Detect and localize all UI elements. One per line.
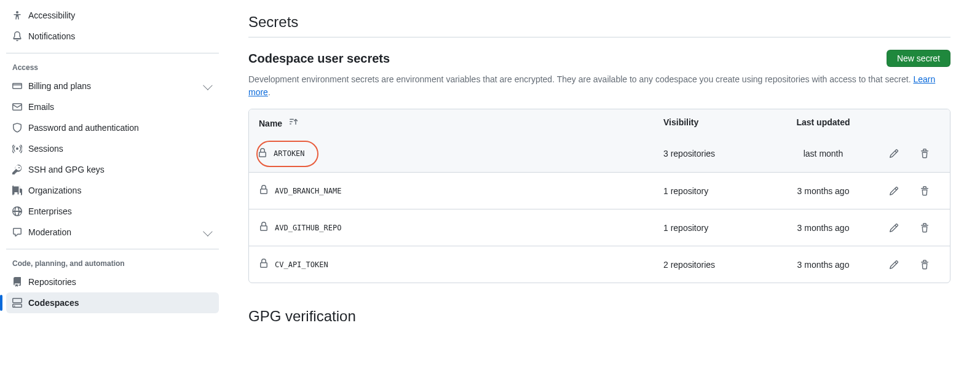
edit-button[interactable] xyxy=(879,186,909,196)
gpg-heading: GPG verification xyxy=(248,308,950,325)
secrets-table: Name Visibility Last updated ARTOKEN3 re… xyxy=(248,109,950,283)
card-icon xyxy=(12,81,22,91)
lock-icon xyxy=(258,148,267,160)
sidebar-item-emails[interactable]: Emails xyxy=(6,96,219,117)
sidebar-item-sessions[interactable]: Sessions xyxy=(6,138,219,159)
col-updated[interactable]: Last updated xyxy=(768,117,879,127)
sidebar-item-label: Organizations xyxy=(28,186,213,195)
name-cell: CV_API_TOKEN xyxy=(259,259,663,270)
name-cell: ARTOKEN xyxy=(259,141,663,167)
table-header: Name Visibility Last updated xyxy=(249,109,950,135)
new-secret-button[interactable]: New secret xyxy=(887,50,950,67)
page-title: Secrets xyxy=(248,14,950,37)
main-content: Secrets Codespace user secrets New secre… xyxy=(219,0,980,371)
delete-button[interactable] xyxy=(909,223,940,233)
sidebar-item-password-and-authentication[interactable]: Password and authentication xyxy=(6,117,219,138)
table-row: AVD_GITHUB_REPO1 repository3 months ago xyxy=(249,209,950,246)
secret-name: AVD_GITHUB_REPO xyxy=(275,224,341,232)
secret-name: AVD_BRANCH_NAME xyxy=(275,187,341,195)
sidebar-item-label: Enterprises xyxy=(28,206,213,216)
repo-icon xyxy=(12,277,22,287)
accessibility-icon xyxy=(12,10,22,20)
table-row: CV_API_TOKEN2 repositories3 months ago xyxy=(249,246,950,283)
shield-icon xyxy=(12,123,22,133)
org-icon xyxy=(12,186,22,195)
updated-cell: 3 months ago xyxy=(768,186,879,196)
section-code-heading: Code, planning, and automation xyxy=(6,253,219,271)
visibility-cell: 1 repository xyxy=(663,186,768,196)
name-cell: AVD_BRANCH_NAME xyxy=(259,185,663,197)
sidebar-item-organizations[interactable]: Organizations xyxy=(6,180,219,201)
visibility-cell: 2 repositories xyxy=(663,260,768,270)
name-cell: AVD_GITHUB_REPO xyxy=(259,222,663,233)
sidebar-item-repositories[interactable]: Repositories xyxy=(6,271,219,292)
lock-icon xyxy=(259,259,269,270)
sidebar-item-accessibility[interactable]: Accessibility xyxy=(6,5,219,26)
delete-button[interactable] xyxy=(909,149,940,158)
visibility-cell: 1 repository xyxy=(663,223,768,233)
updated-cell: 3 months ago xyxy=(768,223,879,233)
sidebar-item-label: Accessibility xyxy=(28,10,213,20)
globe-icon xyxy=(12,206,22,216)
section-access-heading: Access xyxy=(6,57,219,76)
edit-button[interactable] xyxy=(879,223,909,233)
sidebar-item-billing-and-plans[interactable]: Billing and plans xyxy=(6,76,219,96)
edit-button[interactable] xyxy=(879,149,909,158)
sidebar-item-label: Notifications xyxy=(28,31,213,41)
secret-name: ARTOKEN xyxy=(274,149,305,158)
secrets-description: Development environment secrets are envi… xyxy=(248,73,950,99)
subsection-header: Codespace user secrets New secret xyxy=(248,50,950,67)
bell-icon xyxy=(12,31,22,41)
delete-button[interactable] xyxy=(909,186,940,196)
codespaces-icon xyxy=(12,298,22,308)
sidebar-item-label: Sessions xyxy=(28,144,213,154)
sidebar-item-label: Billing and plans xyxy=(28,81,197,91)
broadcast-icon xyxy=(12,144,22,154)
comment-icon xyxy=(12,227,22,237)
secret-name: CV_API_TOKEN xyxy=(275,260,328,269)
sidebar-item-label: Repositories xyxy=(28,277,213,287)
settings-sidebar: AccessibilityNotifications Access Billin… xyxy=(0,0,219,371)
sidebar-item-label: Moderation xyxy=(28,227,197,237)
subsection-title: Codespace user secrets xyxy=(248,52,390,66)
table-row: AVD_BRANCH_NAME1 repository3 months ago xyxy=(249,172,950,209)
col-name[interactable]: Name xyxy=(259,117,663,128)
description-text: Development environment secrets are envi… xyxy=(248,74,913,84)
col-visibility[interactable]: Visibility xyxy=(663,117,768,127)
key-icon xyxy=(12,165,22,174)
sort-asc-icon xyxy=(288,117,298,127)
mail-icon xyxy=(12,102,22,112)
table-row: ARTOKEN3 repositorieslast month xyxy=(249,135,950,172)
sidebar-item-notifications[interactable]: Notifications xyxy=(6,26,219,47)
sidebar-item-label: Password and authentication xyxy=(28,123,213,133)
divider xyxy=(6,249,219,249)
sidebar-item-label: Codespaces xyxy=(28,298,213,308)
lock-icon xyxy=(259,185,269,197)
sidebar-item-label: SSH and GPG keys xyxy=(28,165,213,174)
highlight-pill: ARTOKEN xyxy=(256,141,318,167)
sidebar-item-enterprises[interactable]: Enterprises xyxy=(6,201,219,222)
lock-icon xyxy=(259,222,269,233)
sidebar-item-codespaces[interactable]: Codespaces xyxy=(6,292,219,313)
updated-cell: 3 months ago xyxy=(768,260,879,270)
divider xyxy=(6,53,219,53)
edit-button[interactable] xyxy=(879,260,909,270)
delete-button[interactable] xyxy=(909,260,940,270)
sidebar-item-moderation[interactable]: Moderation xyxy=(6,222,219,243)
updated-cell: last month xyxy=(768,149,879,158)
sidebar-item-ssh-and-gpg-keys[interactable]: SSH and GPG keys xyxy=(6,159,219,180)
sidebar-item-label: Emails xyxy=(28,102,213,112)
visibility-cell: 3 repositories xyxy=(663,149,768,158)
